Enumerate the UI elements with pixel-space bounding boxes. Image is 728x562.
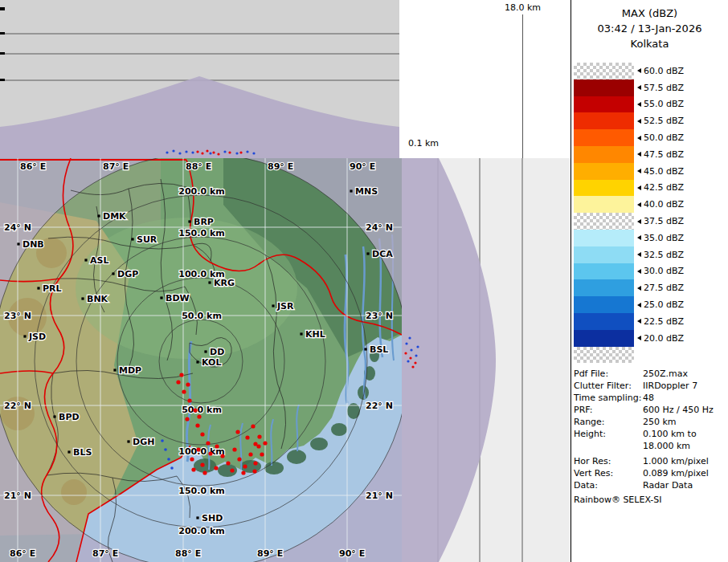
- echo-cell: [179, 373, 183, 377]
- info-label: Vert Res:: [574, 467, 643, 479]
- echo-cell: [241, 470, 245, 474]
- height-axis-max-gridline: [522, 14, 523, 158]
- echo-cell: [243, 464, 247, 468]
- echo-cell: [186, 382, 190, 386]
- info-value: 0.100 km to: [643, 428, 726, 440]
- city-marker: [204, 350, 207, 352]
- city-label: KHL: [305, 329, 325, 340]
- echo-cell: [251, 424, 255, 428]
- echo-cell: [416, 345, 419, 348]
- city-marker: [196, 360, 198, 363]
- side-projection-canvas: [402, 158, 571, 562]
- lat-label: 24° N: [366, 222, 393, 233]
- scale-label: 22.5 dBZ: [644, 316, 684, 327]
- echo-cell: [185, 150, 187, 153]
- info-label: [574, 440, 643, 452]
- city-label: DNB: [22, 239, 44, 250]
- scale-row: 42.5 dBZ: [574, 180, 684, 197]
- echo-cell: [245, 435, 249, 439]
- scale-row: 45.0 dBZ: [574, 163, 684, 180]
- scale-row: 30.0 dBZ: [574, 263, 684, 280]
- scale-tick-arrow-icon: [637, 119, 641, 124]
- info-row: Height:0.100 km to: [574, 428, 726, 440]
- range-ring-label: 150.0 km: [178, 486, 224, 496]
- echo-cell: [248, 452, 252, 456]
- city-marker: [188, 220, 190, 222]
- echo-cell: [172, 149, 174, 152]
- scale-label: 40.0 dBZ: [644, 199, 684, 210]
- city-marker: [53, 415, 55, 417]
- info-value: 250Z.max: [643, 368, 726, 380]
- echo-cell: [161, 439, 164, 442]
- radar-map: 86° E86° E87° E87° E88° E88° E89° E89° E…: [0, 158, 402, 562]
- echo-cell: [239, 151, 242, 153]
- lon-label: 89° E: [257, 548, 283, 559]
- scale-color-cell: [574, 63, 634, 79]
- echo-cell: [167, 458, 170, 461]
- city-label: DCA: [372, 249, 393, 259]
- color-scale: 60.0 dBZ57.5 dBZ55.0 dBZ52.5 dBZ50.0 dBZ…: [574, 63, 684, 363]
- range-ring-label: 50.0 km: [182, 405, 222, 415]
- city-marker: [127, 440, 129, 442]
- city-marker: [97, 214, 100, 217]
- echo-cell: [200, 462, 204, 466]
- scale-row: 52.5 dBZ: [574, 112, 684, 129]
- lat-label: 22° N: [4, 401, 31, 411]
- scale-tick-arrow-icon: [637, 202, 641, 207]
- scale-color-cell: [574, 246, 634, 263]
- echo-cell: [252, 469, 256, 473]
- station-name: Kolkata: [571, 36, 728, 51]
- scale-color-cell: [574, 163, 634, 180]
- info-value: 1.000 km/pixel: [643, 455, 726, 467]
- echo-cell: [408, 336, 411, 339]
- map-panel: 86° E86° E87° E87° E88° E88° E89° E89° E…: [0, 158, 402, 562]
- echo-cell: [178, 152, 181, 154]
- scale-color-cell: [574, 213, 634, 230]
- lon-label: 89° E: [268, 161, 293, 172]
- lat-label: 22° N: [366, 401, 393, 411]
- lon-label: 87° E: [92, 548, 118, 559]
- echo-cell: [208, 451, 212, 455]
- echo-cell: [200, 432, 204, 436]
- info-row: Range:250 km: [574, 416, 726, 428]
- echo-cell: [215, 444, 219, 448]
- echo-cell: [414, 361, 416, 364]
- echo-cell: [214, 466, 218, 470]
- city-marker: [37, 287, 39, 289]
- scale-color-cell: [574, 263, 634, 280]
- lon-label: 87° E: [103, 161, 129, 172]
- echo-cell: [206, 149, 208, 152]
- city-marker: [208, 281, 211, 283]
- scale-label: 52.5 dBZ: [644, 116, 684, 126]
- scale-label: 57.5 dBZ: [644, 83, 684, 93]
- echo-cell: [263, 441, 267, 445]
- scale-label: 37.5 dBZ: [644, 216, 684, 226]
- scale-tick-arrow-icon: [637, 152, 641, 157]
- scale-tick-arrow-icon: [637, 319, 641, 324]
- scale-tick-arrow-icon: [637, 303, 641, 307]
- lon-label: 88° E: [175, 548, 201, 559]
- scale-tick-arrow-icon: [637, 219, 641, 224]
- city-label: BPD: [59, 412, 80, 422]
- scale-tick-arrow-icon: [637, 102, 641, 107]
- echo-cell: [191, 467, 195, 471]
- echo-cell: [193, 408, 197, 412]
- scale-tick-arrow-icon: [637, 136, 641, 140]
- info-row: Vert Res:0.089 km/pixel: [574, 467, 726, 479]
- echo-cell: [257, 434, 261, 438]
- info-label: Clutter Filter:: [574, 380, 643, 392]
- scale-color-cell: [574, 230, 634, 246]
- scale-row: [574, 347, 684, 364]
- city-marker: [272, 304, 274, 307]
- info-row: Data:Radar Data: [574, 479, 726, 491]
- city-marker: [23, 335, 26, 337]
- info-label: PRF:: [574, 404, 643, 416]
- echo-cell: [170, 466, 174, 470]
- top-projection-panel: [0, 0, 399, 158]
- city-label: BRP: [194, 217, 214, 227]
- lat-label: 23° N: [4, 311, 31, 321]
- scale-row: 40.0 dBZ: [574, 196, 684, 213]
- info-value: IIRDoppler 7: [643, 380, 726, 392]
- info-label: Range:: [574, 416, 643, 428]
- scale-label: 60.0 dBZ: [644, 66, 684, 76]
